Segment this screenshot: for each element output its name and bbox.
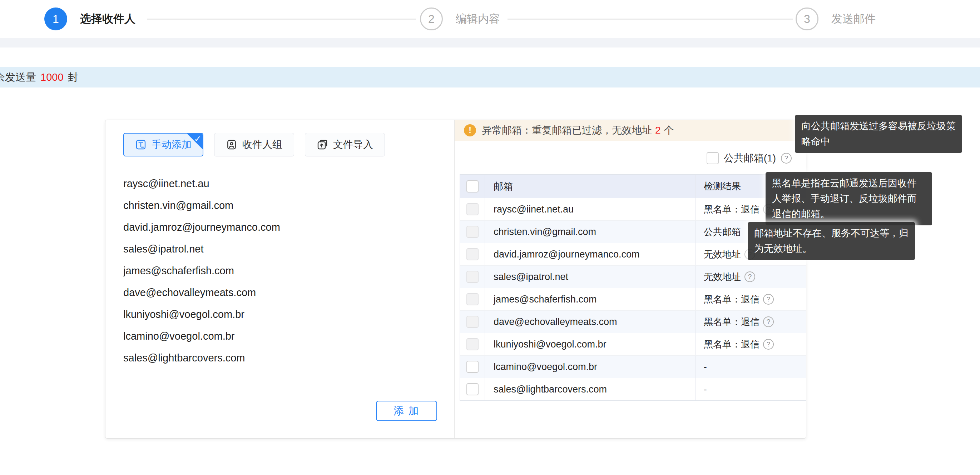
row-status: - [696,356,806,378]
tooltip-blacklist: 黑名单是指在云邮通发送后因收件人举报、手动退订、反垃圾邮件而退信的邮箱。 [765,172,932,226]
row-checkbox[interactable] [466,361,479,373]
warning-icon: ! [464,124,476,137]
add-button[interactable]: 添 加 [376,401,437,421]
email-line: lcamino@voegol.com.br [123,326,280,347]
row-checkbox [466,293,479,305]
column-header-email: 邮箱 [485,175,696,198]
row-email: sales@ipatrol.net [485,266,696,288]
email-line: sales@lightbarcovers.com [123,347,280,369]
email-line: david.jamroz@journeymanco.com [123,216,280,238]
table-row: lcamino@voegol.com.br - [460,355,806,378]
quota-banner-text: 余发送量 [0,70,36,85]
table-row: lkuniyoshi@voegol.com.br 黑名单：退信 ? [460,333,806,355]
row-checkbox [466,248,479,261]
row-status: 黑名单：退信 ? [696,333,806,355]
help-icon[interactable]: ? [745,272,755,282]
warning-unit: 个 [664,124,674,137]
select-all-checkbox[interactable] [466,180,479,192]
row-status: 黑名单：退信 ? [696,288,806,310]
table-row: raysc@iinet.net.au 黑名单：退信 ? [460,198,806,220]
row-email: sales@lightbarcovers.com [485,378,696,400]
tab-recipient-group[interactable]: 收件人组 [214,133,294,156]
step-3-label: 发送邮件 [831,11,876,26]
file-import-icon [317,139,328,150]
tab-label: 收件人组 [242,138,282,151]
row-email: lcamino@voegol.com.br [485,356,696,378]
invalid-count: 2 [655,125,661,136]
table-row: dave@echovalleymeats.com 黑名单：退信 ? [460,310,806,333]
row-checkbox[interactable] [466,383,479,396]
step-2-label: 编辑内容 [456,11,500,26]
help-icon[interactable]: ? [763,316,774,327]
public-mailbox-label: 公共邮箱(1) [724,151,776,165]
row-email: david.jamroz@journeymanco.com [485,243,696,265]
row-checkbox [466,338,479,350]
recipient-tabs: 手动添加 ✓ 收件人组 [123,133,385,156]
table-header: 邮箱 检测结果 [460,175,806,198]
row-email: james@schaferfish.com [485,288,696,310]
tab-manual-add[interactable]: 手动添加 ✓ [123,133,204,156]
table-row: sales@lightbarcovers.com - [460,378,806,400]
row-checkbox [466,271,479,283]
step-1-circle: 1 [44,8,67,30]
manual-add-icon [135,139,146,150]
public-mailbox-filter: 公共邮箱(1) ? [706,151,792,165]
check-result-table: 邮箱 检测结果 raysc@iinet.net.au 黑名单：退信 ? chri… [460,174,806,401]
help-icon[interactable]: ? [781,153,792,164]
tooltip-public-mailbox: 向公共邮箱发送过多容易被反垃圾策略命中 [795,115,962,153]
check-result-panel: ! 异常邮箱：重复邮箱已过滤，无效地址 2 个 公共邮箱(1) ? 邮箱 检测结… [455,120,806,438]
row-status: 黑名单：退信 ? [696,311,806,333]
public-mailbox-checkbox[interactable] [706,152,719,164]
tab-label: 手动添加 [151,138,192,151]
step-edit-content: 2 编辑内容 [420,0,500,38]
quota-unit: 封 [68,70,78,85]
tab-label: 文件导入 [333,138,373,151]
email-line: sales@ipatrol.net [123,238,280,260]
page: 1 选择收件人 2 编辑内容 3 发送邮件 余发送量 1000 封 [0,0,980,475]
help-icon[interactable]: ? [763,294,774,305]
step-connector [147,19,416,20]
step-1-label: 选择收件人 [80,11,135,26]
row-status: 无效地址 ? [696,266,806,288]
row-checkbox [466,226,479,238]
row-email: christen.vin@gmail.com [485,221,696,243]
email-input-area[interactable]: raysc@iinet.net.au christen.vin@gmail.co… [123,173,280,369]
help-icon[interactable]: ? [763,339,774,349]
step-send-mail: 3 发送邮件 [795,0,876,38]
recipient-group-icon [226,139,237,150]
email-line: james@schaferfish.com [123,260,280,282]
tooltip-invalid-address: 邮箱地址不存在、服务不可达等，归为无效地址。 [748,222,915,260]
check-icon: ✓ [194,134,201,144]
tab-file-import[interactable]: 文件导入 [305,133,385,156]
email-line: dave@echovalleymeats.com [123,282,280,303]
recipient-card: 手动添加 ✓ 收件人组 [105,120,806,438]
step-3-circle: 3 [795,8,818,30]
email-line: lkuniyoshi@voegol.com.br [123,303,280,326]
email-line: christen.vin@gmail.com [123,195,280,216]
row-email: lkuniyoshi@voegol.com.br [485,333,696,355]
step-select-recipients: 1 选择收件人 [44,0,135,38]
table-row: sales@ipatrol.net 无效地址 ? [460,265,806,288]
row-email: raysc@iinet.net.au [485,198,696,220]
warning-text: 异常邮箱：重复邮箱已过滤，无效地址 [482,124,652,137]
step-2-circle: 2 [420,8,443,30]
stepper: 1 选择收件人 2 编辑内容 3 发送邮件 [0,0,980,38]
abnormal-warning-banner: ! 异常邮箱：重复邮箱已过滤，无效地址 2 个 [455,120,806,141]
row-email: dave@echovalleymeats.com [485,311,696,333]
row-status: - [696,378,806,400]
quota-banner: 余发送量 1000 封 [0,67,980,87]
divider-strip [0,38,980,48]
step-connector [508,19,793,20]
quota-amount: 1000 [40,71,64,83]
recipient-input-panel: 手动添加 ✓ 收件人组 [105,120,455,438]
table-row: james@schaferfish.com 黑名单：退信 ? [460,288,806,310]
row-checkbox [466,203,479,215]
row-checkbox [466,316,479,328]
email-line: raysc@iinet.net.au [123,173,280,195]
